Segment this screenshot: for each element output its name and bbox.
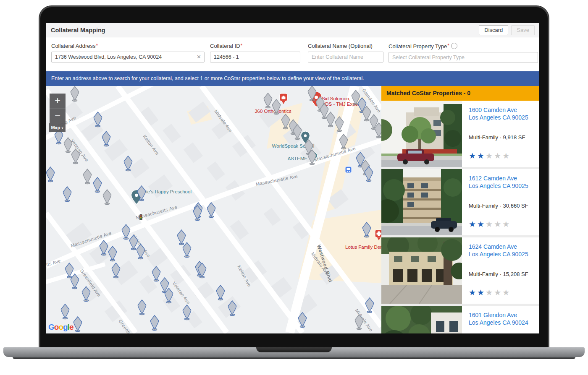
collateral-address-input[interactable] bbox=[51, 52, 205, 62]
property-marker[interactable] bbox=[102, 131, 110, 146]
property-marker[interactable] bbox=[71, 86, 79, 102]
property-marker[interactable] bbox=[122, 224, 130, 240]
property-address-link[interactable]: 1624 Camden Ave Los Angeles CA 90025 bbox=[469, 243, 528, 258]
svg-text:Lotus Family Den: Lotus Family Den bbox=[345, 245, 381, 250]
property-photo bbox=[381, 101, 462, 167]
svg-text:360 Orthodontics: 360 Orthodontics bbox=[255, 109, 291, 114]
zoom-in-button[interactable]: + bbox=[50, 94, 66, 108]
property-marker[interactable] bbox=[63, 187, 71, 202]
property-address-link[interactable]: 1612 Camden Ave Los Angeles CA 90025 bbox=[469, 174, 528, 190]
property-details: Multi-Family · 30,660 SF bbox=[469, 203, 528, 209]
property-marker[interactable] bbox=[93, 177, 101, 193]
collateral-id-input[interactable] bbox=[210, 52, 300, 62]
main-content: Ohio Ave Veteran Ave Veteran Ave Veteran… bbox=[46, 86, 539, 333]
laptop-base-notch bbox=[256, 347, 332, 352]
property-address-link[interactable]: 1601 Glendon Ave Los Angeles CA 90024 bbox=[469, 311, 528, 326]
property-marker[interactable] bbox=[74, 317, 81, 332]
laptop-mockup: Collateral Mapping Discard Save Collater… bbox=[0, 0, 588, 375]
field-collateral-id: Collateral ID* bbox=[210, 43, 300, 62]
property-marker[interactable] bbox=[61, 304, 69, 319]
collateral-mapping-app: Collateral Mapping Discard Save Collater… bbox=[46, 23, 539, 333]
svg-text:ASTEME: ASTEME bbox=[288, 156, 308, 161]
collateral-form: Collateral Address* ✕ Collateral ID* Col… bbox=[46, 37, 539, 71]
star-rating: ★★★★★ bbox=[469, 289, 528, 297]
field-collateral-address: Collateral Address* ✕ bbox=[51, 43, 205, 62]
field-collateral-property-type: Collateral Property Type* bbox=[388, 43, 538, 63]
map[interactable]: Ohio Ave Veteran Ave Veteran Ave Veteran… bbox=[46, 86, 381, 333]
property-details: Multi-Family · 9,918 SF bbox=[469, 134, 528, 141]
property-list: 1600 Camden Ave Los Angeles CA 90025 Mul… bbox=[381, 101, 539, 333]
matched-properties-header: Matched CoStar Properties - 0 bbox=[381, 86, 539, 101]
property-info: 1624 Camden Ave Los Angeles CA 90025 Mul… bbox=[462, 237, 528, 304]
property-marker[interactable] bbox=[150, 315, 158, 331]
property-marker[interactable] bbox=[152, 266, 160, 281]
collateral-property-type-input[interactable] bbox=[388, 52, 538, 63]
matched-properties-panel: Matched CoStar Properties - 0 bbox=[381, 86, 539, 333]
property-info: 1612 Camden Ave Los Angeles CA 90025 Mul… bbox=[462, 169, 528, 235]
required-asterisk: * bbox=[241, 43, 243, 49]
clear-address-icon[interactable]: ✕ bbox=[197, 54, 201, 60]
star-rating: ★★★★★ bbox=[469, 220, 528, 228]
collateral-name-label: Collateral Name (Optional) bbox=[308, 43, 373, 49]
app-header: Collateral Mapping Discard Save bbox=[46, 23, 539, 37]
property-marker[interactable] bbox=[326, 112, 334, 127]
property-marker[interactable] bbox=[183, 242, 191, 258]
caret-down-icon: ▾ bbox=[62, 126, 63, 130]
field-collateral-name: Collateral Name (Optional) bbox=[308, 43, 383, 62]
property-photo bbox=[381, 169, 462, 235]
google-logo[interactable]: Google bbox=[48, 323, 73, 332]
property-marker[interactable] bbox=[216, 285, 224, 300]
page-title: Collateral Mapping bbox=[51, 27, 105, 34]
zoom-out-button[interactable]: − bbox=[50, 108, 66, 123]
property-marker[interactable] bbox=[138, 300, 146, 315]
property-card[interactable]: 1601 Glendon Ave Los Angeles CA 90024 bbox=[381, 306, 539, 333]
property-address-link[interactable]: 1600 Camden Ave Los Angeles CA 90025 bbox=[469, 106, 528, 121]
save-button[interactable]: Save bbox=[511, 25, 535, 35]
header-buttons: Discard Save bbox=[479, 25, 535, 35]
required-asterisk: * bbox=[96, 43, 98, 49]
property-details: Multi-Family · 15,208 SF bbox=[469, 271, 528, 277]
property-info: 1601 Glendon Ave Los Angeles CA 90024 bbox=[462, 306, 528, 333]
property-card[interactable]: 1600 Camden Ave Los Angeles CA 90025 Mul… bbox=[381, 101, 539, 169]
collateral-id-label: Collateral ID bbox=[210, 43, 240, 49]
property-photo bbox=[381, 306, 462, 333]
property-card[interactable]: 1612 Camden Ave Los Angeles CA 90025 Mul… bbox=[381, 169, 539, 237]
svg-text:Massachusetts Ave: Massachusetts Ave bbox=[46, 258, 61, 274]
map-layer-dropdown[interactable]: Map ▾ bbox=[49, 123, 66, 132]
property-marker[interactable] bbox=[177, 230, 185, 245]
collateral-property-type-label: Collateral Property Type bbox=[388, 43, 447, 49]
property-marker[interactable] bbox=[103, 190, 111, 205]
map-zoom-controls: + − bbox=[50, 94, 66, 123]
collateral-name-input[interactable] bbox=[308, 52, 383, 62]
discard-button[interactable]: Discard bbox=[479, 25, 508, 35]
transit-station-icon[interactable] bbox=[345, 167, 352, 173]
property-card[interactable]: 1624 Camden Ave Los Angeles CA 90025 Mul… bbox=[381, 237, 539, 306]
property-marker[interactable] bbox=[264, 93, 272, 108]
laptop-base-shadow bbox=[13, 357, 575, 359]
property-info: 1600 Camden Ave Los Angeles CA 90025 Mul… bbox=[462, 101, 528, 167]
svg-text:Sid Solomon,: Sid Solomon, bbox=[322, 96, 350, 101]
star-rating: ★★★★★ bbox=[469, 152, 528, 160]
info-icon[interactable] bbox=[451, 43, 457, 49]
property-marker[interactable] bbox=[83, 169, 91, 184]
instruction-banner: Enter an address above to search for you… bbox=[46, 71, 539, 86]
required-asterisk: * bbox=[447, 43, 449, 49]
map-canvas: Ohio Ave Veteran Ave Veteran Ave Veteran… bbox=[46, 86, 381, 333]
traffic-light-icon bbox=[139, 214, 142, 220]
property-marker[interactable] bbox=[46, 167, 54, 182]
property-photo bbox=[381, 237, 462, 304]
collateral-address-label: Collateral Address bbox=[51, 43, 96, 49]
